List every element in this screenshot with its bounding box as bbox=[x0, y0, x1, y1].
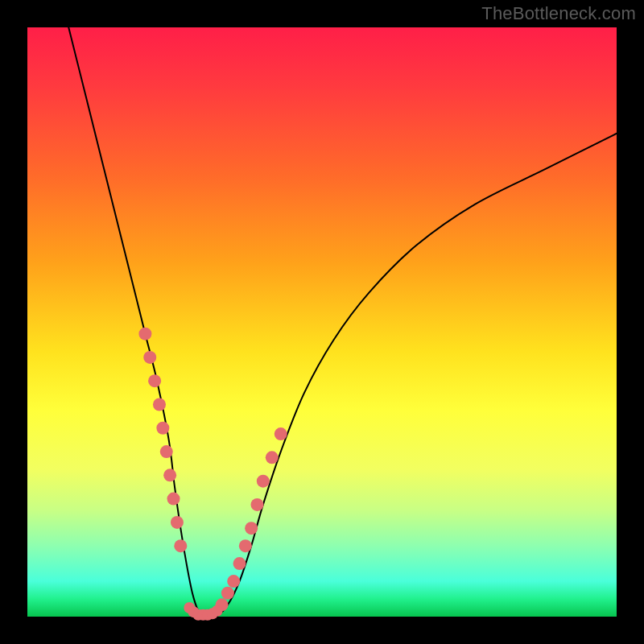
curve-marker bbox=[275, 427, 287, 440]
watermark-text: TheBottleneck.com bbox=[481, 3, 636, 24]
bottleneck-curve bbox=[68, 27, 617, 617]
curve-marker bbox=[233, 557, 246, 570]
curve-marker bbox=[171, 516, 184, 529]
curve-marker bbox=[221, 587, 234, 600]
curve-marker bbox=[212, 605, 223, 617]
curve-marker bbox=[167, 493, 180, 506]
plot-area bbox=[27, 27, 617, 617]
curve-marker bbox=[227, 575, 240, 588]
curve-marker bbox=[163, 469, 176, 481]
curve-marker bbox=[174, 539, 187, 552]
curve-marker bbox=[239, 539, 252, 552]
curve-marker bbox=[250, 498, 263, 511]
curve-svg bbox=[27, 27, 617, 617]
curve-marker bbox=[245, 522, 258, 535]
curve-marker bbox=[153, 398, 166, 411]
curve-marker bbox=[148, 374, 161, 387]
curve-marker bbox=[160, 445, 173, 458]
chart-frame: TheBottleneck.com bbox=[0, 0, 644, 644]
curve-marker bbox=[266, 451, 279, 464]
curve-marker bbox=[156, 422, 169, 435]
curve-marker bbox=[138, 328, 151, 341]
curve-marker bbox=[257, 475, 270, 488]
curve-markers bbox=[138, 328, 287, 621]
curve-marker bbox=[143, 351, 156, 364]
